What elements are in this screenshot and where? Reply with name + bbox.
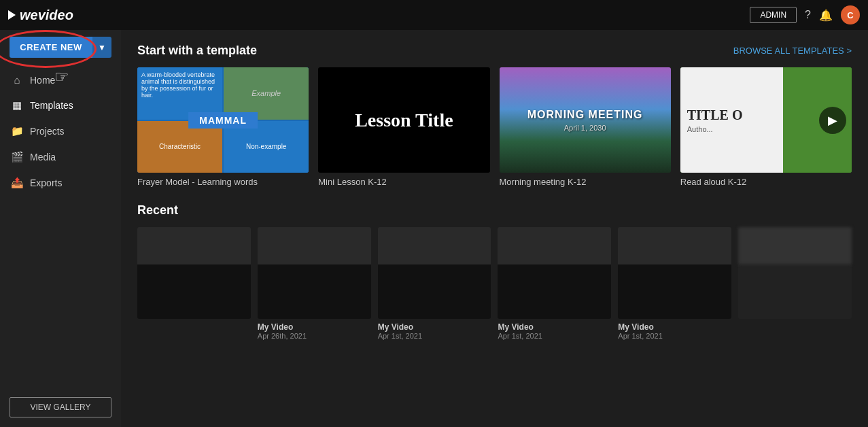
template-card-morning-meeting[interactable]: MORNING MEETING April 1, 2030 Morning me… — [500, 67, 671, 187]
recent-thumb-top-4 — [498, 227, 611, 264]
logo-text: wevideo — [20, 7, 73, 23]
browse-all-templates-link[interactable]: BROWSE ALL TEMPLATES > — [733, 46, 852, 56]
frayer-center-label: MAMMAL — [188, 112, 258, 129]
recent-thumb-top-6 — [738, 227, 852, 264]
help-icon[interactable]: ? — [805, 9, 811, 21]
sidebar-item-projects-label: Projects — [30, 126, 65, 137]
avatar[interactable]: C — [841, 5, 860, 24]
recent-card-2[interactable]: My Video Apr 26th, 2021 — [258, 227, 371, 340]
exports-icon: 📤 — [11, 177, 23, 189]
sidebar-item-media[interactable]: 🎬 Media — [0, 144, 121, 170]
sidebar-item-templates-label: Templates — [30, 100, 73, 111]
create-new-btn-group: CREATE NEW ▼ — [10, 37, 111, 58]
templates-section-title: Start with a template — [137, 44, 257, 58]
recent-thumb-bottom-4 — [498, 264, 611, 319]
recent-name-2: My Video — [258, 322, 371, 332]
template-card-frayer[interactable]: A warm-blooded vertebrate animal that is… — [137, 67, 309, 187]
projects-icon: 📁 — [11, 125, 23, 137]
morning-meeting-title: MORNING MEETING — [527, 109, 643, 121]
logo: wevideo — [8, 7, 73, 23]
recent-thumb-bottom-2 — [258, 264, 371, 319]
view-gallery-button[interactable]: VIEW GALLERY — [10, 397, 111, 417]
frayer-bottom-right: Non-example — [224, 121, 309, 173]
template-label-read-aloud: Read aloud K-12 — [680, 177, 852, 187]
topbar: wevideo ADMIN ? 🔔 C — [0, 0, 868, 30]
template-card-read-aloud[interactable]: TITLE O Autho... ▶ Read aloud K-12 — [680, 67, 852, 187]
recent-date-4: Apr 1st, 2021 — [498, 332, 611, 340]
recent-thumb-top-5 — [618, 227, 731, 264]
sidebar-item-exports-label: Exports — [30, 177, 62, 188]
recent-name-5: My Video — [618, 322, 731, 332]
recent-section-title: Recent — [137, 203, 852, 218]
recent-thumb-top-3 — [378, 227, 491, 264]
template-label-morning-meeting: Morning meeting K-12 — [500, 177, 671, 187]
sidebar-item-home[interactable]: ⌂ Home — [0, 67, 121, 92]
recent-thumb-top-2 — [258, 227, 371, 264]
sidebar-nav: ⌂ Home ▦ Templates 📁 Projects 🎬 Media 📤 … — [0, 67, 121, 196]
sidebar-bottom: VIEW GALLERY — [0, 388, 121, 427]
recent-thumb-bottom-3 — [378, 264, 491, 319]
recent-date-3: Apr 1st, 2021 — [378, 332, 491, 340]
read-aloud-author: Autho... — [687, 125, 776, 133]
recent-card-4[interactable]: My Video Apr 1st, 2021 — [498, 227, 611, 340]
sidebar-item-projects[interactable]: 📁 Projects — [0, 118, 121, 144]
content-area: Start with a template BROWSE ALL TEMPLAT… — [121, 30, 868, 427]
templates-section-header: Start with a template BROWSE ALL TEMPLAT… — [137, 44, 852, 58]
topbar-right: ADMIN ? 🔔 C — [750, 5, 860, 24]
template-thumb-mini-lesson: Lesson Title — [318, 67, 489, 173]
recent-date-2: Apr 26th, 2021 — [258, 332, 371, 340]
template-thumb-morning-meeting: MORNING MEETING April 1, 2030 — [500, 67, 671, 173]
recent-card-3[interactable]: My Video Apr 1st, 2021 — [378, 227, 491, 340]
templates-icon: ▦ — [11, 99, 23, 112]
sidebar-item-exports[interactable]: 📤 Exports — [0, 170, 121, 196]
templates-grid: A warm-blooded vertebrate animal that is… — [137, 67, 852, 187]
recent-card-1[interactable] — [137, 227, 251, 340]
recent-name-4: My Video — [498, 322, 611, 332]
frayer-bottom-left: Characteristic — [137, 121, 222, 173]
template-label-frayer: Frayer Model - Learning words — [137, 177, 309, 187]
main-layout: CREATE NEW ▼ ☞ ⌂ Home ▦ Templates 📁 Proj… — [0, 30, 868, 427]
recent-thumb-bottom-1 — [137, 264, 251, 319]
recent-name-3: My Video — [378, 322, 491, 332]
template-label-mini-lesson: Mini Lesson K-12 — [318, 177, 489, 187]
read-aloud-play-icon: ▶ — [819, 107, 846, 134]
morning-meeting-subtitle: April 1, 2030 — [564, 124, 606, 132]
template-thumb-read-aloud: TITLE O Autho... ▶ — [680, 67, 852, 173]
create-new-wrapper: CREATE NEW ▼ ☞ — [0, 37, 121, 67]
admin-button[interactable]: ADMIN — [750, 7, 797, 23]
read-aloud-left: TITLE O Autho... — [680, 67, 783, 173]
sidebar-item-templates[interactable]: ▦ Templates — [0, 92, 121, 118]
sidebar-item-home-label: Home — [30, 75, 55, 86]
notifications-icon[interactable]: 🔔 — [819, 9, 833, 22]
media-icon: 🎬 — [11, 151, 23, 163]
logo-play-icon — [8, 10, 16, 20]
create-new-dropdown-button[interactable]: ▼ — [92, 37, 111, 58]
recent-thumb-top-1 — [137, 227, 251, 264]
topbar-left: wevideo — [8, 7, 73, 23]
recent-card-5[interactable]: My Video Apr 1st, 2021 — [618, 227, 731, 340]
template-thumb-frayer: A warm-blooded vertebrate animal that is… — [137, 67, 309, 173]
read-aloud-title: TITLE O — [687, 107, 776, 122]
recent-thumb-bottom-6 — [738, 264, 852, 319]
sidebar-item-media-label: Media — [30, 152, 56, 163]
recent-date-5: Apr 1st, 2021 — [618, 332, 731, 340]
sidebar: CREATE NEW ▼ ☞ ⌂ Home ▦ Templates 📁 Proj… — [0, 30, 121, 427]
template-card-mini-lesson[interactable]: Lesson Title Mini Lesson K-12 — [318, 67, 489, 187]
home-icon: ⌂ — [11, 74, 23, 86]
create-new-button[interactable]: CREATE NEW — [10, 37, 92, 58]
recent-thumb-bottom-5 — [618, 264, 731, 319]
recent-card-6[interactable] — [738, 227, 852, 340]
recent-grid: My Video Apr 26th, 2021 My Video Apr 1st… — [137, 227, 852, 340]
lesson-title-text: Lesson Title — [355, 109, 453, 131]
